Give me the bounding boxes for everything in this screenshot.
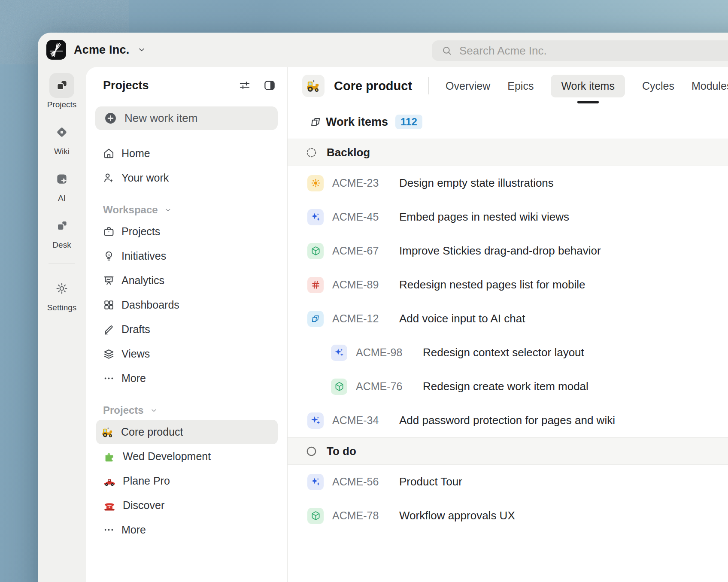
work-item-type-chip (307, 508, 324, 524)
sidebar-item-label: Home (121, 147, 150, 160)
sidebar-item[interactable]: More (95, 518, 278, 542)
work-item-id: ACME-34 (332, 414, 392, 427)
work-item-id: ACME-98 (356, 346, 416, 359)
work-item-row[interactable]: ACME-98 Redesign context selector layout (288, 336, 728, 370)
work-item-title: Add voice input to AI chat (399, 312, 525, 325)
rail-item[interactable]: Projects (47, 73, 77, 109)
plus-circle-icon (104, 112, 117, 125)
rail-item[interactable]: AI (49, 167, 74, 203)
sidebar-section-header[interactable]: Workspace (95, 200, 278, 219)
tractor-icon (101, 426, 114, 439)
sidebar-item[interactable]: Analytics (95, 268, 278, 293)
work-item-type-chip (307, 412, 324, 429)
tab[interactable]: Epics (507, 80, 534, 92)
tab[interactable]: Work items (551, 75, 625, 97)
puzzle-icon (103, 450, 116, 463)
work-item-row[interactable]: ACME-67 Improve Stickies drag-and-drop b… (288, 234, 728, 268)
sidebar-title: Projects (103, 79, 149, 92)
app-rail: Projects Wiki AI Desk Settings (38, 67, 86, 582)
project-sidebar: Projects New work item Home Your work (86, 67, 288, 582)
work-item-type-chip (307, 311, 324, 327)
work-item-title: Design empty state illustrations (399, 176, 554, 190)
sidebar-item[interactable]: Views (95, 342, 278, 366)
sidebar-item[interactable]: Discover (95, 493, 278, 518)
panel-toggle-icon[interactable] (263, 79, 276, 92)
group-header[interactable]: Backlog (288, 139, 728, 166)
rail-item-label: AI (58, 194, 66, 203)
sidebar-item[interactable]: Initiatives (95, 244, 278, 268)
rail-list: Projects Wiki AI Desk Settings (38, 73, 86, 323)
work-item-row[interactable]: ACME-76 Redesign create work item modal (288, 370, 728, 403)
work-item-row[interactable]: ACME-34 Add password protection for page… (288, 403, 728, 437)
work-item-row[interactable]: ACME-78 Workflow approvals UX (288, 499, 728, 533)
tab[interactable]: Overview (446, 80, 490, 92)
main-area: Core product OverviewEpicsWork itemsCycl… (288, 67, 728, 582)
work-items-label: Work items (326, 115, 388, 129)
sidebar-item[interactable]: Plane Pro (95, 469, 278, 493)
filter-sliders-icon[interactable] (238, 79, 251, 92)
work-item-title: Redesign nested pages list for mobile (399, 278, 585, 291)
new-work-item-label: New work item (124, 112, 197, 125)
work-item-row[interactable]: ACME-89 Redesign nested pages list for m… (288, 268, 728, 302)
work-item-row[interactable]: ACME-56 Product Tour (288, 465, 728, 499)
sparkles-icon (311, 212, 321, 222)
global-search[interactable] (432, 40, 728, 61)
sidebar-item-label: Discover (123, 499, 164, 512)
sparkles-icon (311, 477, 321, 487)
sidebar-item[interactable]: Dashboards (95, 293, 278, 317)
sidebar-item-label: Dashboards (121, 299, 179, 311)
sidebar-item[interactable]: Your work (95, 166, 278, 190)
rail-item[interactable]: Settings (47, 276, 77, 312)
chevron-down-icon[interactable] (137, 45, 146, 55)
rail-item-label: Wiki (54, 147, 70, 156)
rail-item-label: Settings (47, 303, 77, 312)
sidebar-item[interactable]: Home (95, 141, 278, 166)
sidebar-item[interactable]: Core product (96, 420, 278, 444)
top-bar: Acme Inc. (38, 33, 728, 67)
work-item-title: Improve Stickies drag-and-drop behavior (399, 244, 601, 258)
new-work-item-button[interactable]: New work item (95, 106, 278, 130)
hash-icon (311, 280, 321, 290)
workspace-name: Acme Inc. (74, 43, 129, 57)
work-item-id: ACME-45 (332, 211, 392, 223)
projects-squares-icon (55, 79, 68, 92)
chevron-down-icon (164, 206, 172, 214)
tractor-icon (306, 78, 321, 94)
sidebar-item[interactable]: Projects (95, 219, 278, 244)
analytics-board-icon (103, 275, 115, 286)
work-item-title: Workflow approvals UX (399, 509, 515, 522)
sidebar-item[interactable]: Wed Development (95, 444, 278, 469)
sidebar-item-label: More (121, 524, 146, 536)
workspace-switcher[interactable]: Acme Inc. (38, 40, 146, 60)
user-sparkle-icon (103, 172, 115, 184)
tab[interactable]: Modules (692, 80, 728, 92)
tabs: OverviewEpicsWork itemsCyclesModules (446, 75, 728, 97)
sidebar-item-label: More (121, 372, 146, 385)
search-input[interactable] (458, 44, 663, 58)
work-item-id: ACME-67 (332, 245, 392, 257)
ellipsis-icon (103, 524, 115, 536)
sidebar-section-header[interactable]: Projects (95, 401, 278, 420)
sidebar-item-label: Wed Development (123, 450, 211, 463)
work-item-row[interactable]: ACME-12 Add voice input to AI chat (288, 302, 728, 336)
work-item-id: ACME-76 (356, 380, 416, 393)
rail-item[interactable]: Wiki (49, 120, 74, 156)
work-item-row[interactable]: ACME-23 Design empty state illustrations (288, 166, 728, 200)
sidebar-item[interactable]: Drafts (95, 317, 278, 342)
rail-item[interactable]: Desk (49, 213, 74, 250)
work-item-row[interactable]: ACME-45 Embed pages in nested wiki views (288, 200, 728, 234)
content-panel: Projects New work item Home Your work (86, 67, 728, 582)
tab[interactable]: Cycles (642, 80, 674, 92)
work-item-list: Backlog ACME-23 Design empty state illus… (288, 139, 728, 533)
cube-icon (311, 246, 321, 256)
group-header[interactable]: To do (288, 437, 728, 465)
sidebar-item-label: Plane Pro (123, 475, 170, 487)
app-window: Acme Inc. Projects Wiki AI Desk Settings (38, 33, 728, 582)
project-header: Core product OverviewEpicsWork itemsCycl… (288, 67, 728, 105)
group-label: To do (327, 445, 356, 458)
work-item-type-chip (331, 345, 347, 361)
work-items-stack-icon (310, 116, 322, 128)
sidebar-item[interactable]: More (95, 366, 278, 391)
sparkles-icon (311, 415, 321, 425)
work-item-type-chip (307, 209, 324, 225)
